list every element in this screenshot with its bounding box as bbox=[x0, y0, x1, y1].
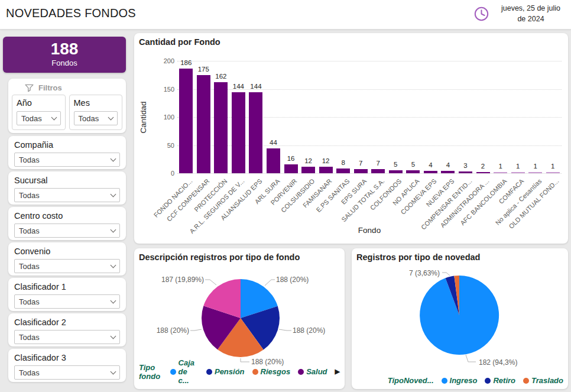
filter-box-ano: Año Todas bbox=[12, 95, 66, 130]
dashboard: NOVEDADES FONDOS jueves, 25 de julio de … bbox=[0, 0, 571, 392]
bar[interactable] bbox=[232, 92, 245, 173]
bar[interactable] bbox=[441, 171, 455, 173]
filter-label: Convenio bbox=[14, 247, 120, 256]
ano-dropdown[interactable]: Todas bbox=[17, 111, 61, 125]
legend-title: TipoNoved... bbox=[388, 376, 434, 385]
filter-card: SucursalTodas bbox=[8, 171, 126, 205]
app-header: NOVEDADES FONDOS jueves, 25 de julio de … bbox=[0, 0, 571, 30]
legend-dot-icon bbox=[485, 378, 491, 384]
legend-item[interactable]: Caja de c... bbox=[170, 358, 199, 385]
filter-card: ConvenioTodas bbox=[8, 242, 126, 276]
bar[interactable] bbox=[459, 171, 472, 173]
filter-label: Clasificador 2 bbox=[14, 318, 120, 327]
chevron-down-icon bbox=[51, 114, 57, 120]
bar-value-label: 44 bbox=[264, 139, 284, 146]
pie-tipo-novedad-card: Registros por tipo de novedad 7 (3,63%) … bbox=[352, 248, 568, 389]
bar[interactable] bbox=[406, 170, 420, 173]
filter-card: Centro costoTodas bbox=[8, 207, 126, 240]
bar[interactable] bbox=[371, 169, 385, 173]
dropdown-value: Todas bbox=[19, 368, 40, 377]
bar[interactable] bbox=[424, 171, 437, 173]
pie-legend: Tipo fondoCaja de c...PensiónRiesgosSalu… bbox=[139, 358, 340, 385]
legend-label: Riesgos bbox=[261, 367, 291, 376]
bar[interactable] bbox=[546, 172, 560, 173]
legend-next-icon[interactable]: ▶ bbox=[335, 368, 340, 375]
filter-dropdown[interactable]: Todas bbox=[14, 294, 120, 309]
bar[interactable] bbox=[511, 172, 525, 173]
chevron-down-icon bbox=[111, 191, 116, 197]
legend-item[interactable]: Pensión bbox=[206, 367, 245, 376]
legend-item[interactable]: Salud bbox=[298, 367, 327, 376]
legend-dot-icon bbox=[523, 378, 529, 384]
y-axis-title: Cantidad bbox=[135, 61, 151, 173]
legend-title: Tipo fondo bbox=[139, 363, 163, 381]
legend-item[interactable]: Ingreso bbox=[442, 376, 478, 385]
y-tick-label: 100 bbox=[151, 114, 174, 121]
filter-label: Año bbox=[17, 98, 61, 108]
filter-dropdown[interactable]: Todas bbox=[14, 153, 120, 167]
legend-item[interactable]: Traslado bbox=[523, 376, 563, 385]
kpi-card-fondos: 188 Fondos bbox=[3, 37, 126, 73]
filter-box-mes: Mes Todas bbox=[69, 95, 123, 130]
bar[interactable] bbox=[319, 167, 333, 173]
bar[interactable] bbox=[197, 75, 210, 173]
pie-callout: 187 (19,89%) bbox=[134, 276, 204, 284]
filters-header: Filtros bbox=[12, 82, 122, 95]
y-tick-label: 200 bbox=[151, 57, 174, 64]
pie-callout: 188 (20%) bbox=[276, 276, 309, 284]
filter-label: Mes bbox=[74, 98, 118, 108]
bar[interactable] bbox=[336, 169, 350, 173]
legend-dot-icon bbox=[170, 369, 176, 375]
legend-label: Ingreso bbox=[450, 376, 478, 385]
gridline bbox=[177, 173, 562, 174]
bar-value-label: 1 bbox=[543, 163, 563, 170]
filters-title: Filtros bbox=[38, 83, 62, 92]
page-title: NOVEDADES FONDOS bbox=[6, 7, 136, 20]
legend-item[interactable]: Retiro bbox=[485, 376, 515, 385]
legend-dot-icon bbox=[252, 369, 258, 375]
dropdown-value: Todas bbox=[19, 191, 40, 200]
pie-slice[interactable] bbox=[420, 276, 499, 355]
filter-dropdown[interactable]: Todas bbox=[14, 188, 120, 202]
x-axis-title: Fondo bbox=[177, 226, 562, 235]
bar[interactable] bbox=[494, 172, 507, 173]
legend-label: Salud bbox=[306, 367, 327, 376]
bar[interactable] bbox=[528, 172, 542, 173]
filter-dropdown[interactable]: Todas bbox=[14, 223, 120, 238]
bar[interactable] bbox=[179, 69, 193, 173]
pie-tipo-fondo-card: Descripción registros por tipo de fondo … bbox=[134, 248, 345, 389]
legend-dot-icon bbox=[298, 369, 304, 375]
filter-label: Centro costo bbox=[14, 211, 120, 221]
legend-dot-icon bbox=[442, 378, 447, 384]
bar[interactable] bbox=[476, 172, 490, 173]
kpi-label: Fondos bbox=[3, 59, 126, 67]
bar[interactable] bbox=[284, 164, 298, 173]
filter-card: CompañiaTodas bbox=[8, 136, 126, 169]
filter-label: Clasificador 3 bbox=[14, 353, 120, 362]
legend-label: Retiro bbox=[493, 376, 515, 385]
filter-dropdown[interactable]: Todas bbox=[14, 330, 120, 344]
filter-dropdown[interactable]: Todas bbox=[14, 365, 120, 380]
bar[interactable] bbox=[249, 92, 262, 173]
chevron-down-icon bbox=[111, 297, 116, 303]
filter-card: Clasificador 2Todas bbox=[8, 313, 126, 346]
y-tick-label: 50 bbox=[151, 142, 174, 149]
dropdown-value: Todas bbox=[19, 297, 40, 306]
bar[interactable] bbox=[267, 148, 280, 173]
pie-callout: 188 (20%) bbox=[134, 326, 189, 335]
bar[interactable] bbox=[214, 82, 228, 173]
legend-item[interactable]: Riesgos bbox=[252, 367, 291, 376]
filter-dropdown[interactable]: Todas bbox=[14, 259, 120, 273]
mes-dropdown[interactable]: Todas bbox=[74, 111, 118, 125]
chevron-down-icon bbox=[111, 368, 116, 374]
legend-dot-icon bbox=[206, 369, 212, 375]
filter-card: Clasificador 3Todas bbox=[8, 349, 126, 382]
bar[interactable] bbox=[389, 170, 403, 173]
bar-plot-area: 186175162144144441612128775544321111 bbox=[177, 61, 562, 173]
kpi-value: 188 bbox=[3, 40, 126, 59]
bar[interactable] bbox=[354, 169, 368, 173]
legend-label: Traslado bbox=[531, 376, 563, 385]
bar[interactable] bbox=[301, 167, 315, 173]
filter-label: Clasificador 1 bbox=[14, 282, 120, 291]
dropdown-value: Todas bbox=[19, 155, 40, 164]
